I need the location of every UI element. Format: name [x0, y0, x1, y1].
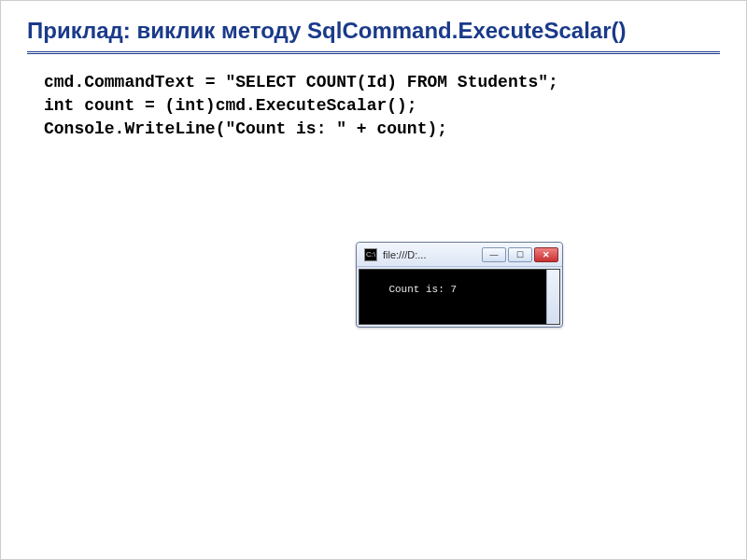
- maximize-button[interactable]: ☐: [508, 247, 532, 262]
- app-icon: C:\: [364, 248, 377, 261]
- window-titlebar: C:\ file:///D:... — ☐ ✕: [357, 243, 562, 267]
- code-line-3: Console.WriteLine("Count is: " + count);: [44, 119, 447, 138]
- title-divider: [27, 51, 720, 54]
- code-block: cmd.CommandText = "SELECT COUNT(Id) FROM…: [27, 71, 720, 142]
- console-window: C:\ file:///D:... — ☐ ✕ Count is: 7: [356, 242, 563, 328]
- console-output-area: Count is: 7: [359, 269, 560, 325]
- minimize-icon: —: [490, 250, 499, 259]
- maximize-icon: ☐: [516, 250, 524, 259]
- window-title: file:///D:...: [383, 249, 482, 260]
- code-line-2: int count = (int)cmd.ExecuteScalar();: [44, 96, 417, 115]
- scrollbar[interactable]: [546, 270, 559, 324]
- close-icon: ✕: [543, 250, 550, 259]
- slide-title: Приклад: виклик методу SqlCommand.Execut…: [27, 18, 720, 44]
- window-buttons: — ☐ ✕: [482, 247, 558, 262]
- code-line-1: cmd.CommandText = "SELECT COUNT(Id) FROM…: [44, 73, 558, 91]
- minimize-button[interactable]: —: [482, 247, 506, 262]
- close-button[interactable]: ✕: [534, 247, 558, 262]
- slide-content: Приклад: виклик методу SqlCommand.Execut…: [1, 1, 746, 159]
- console-output-text: Count is: 7: [388, 284, 457, 295]
